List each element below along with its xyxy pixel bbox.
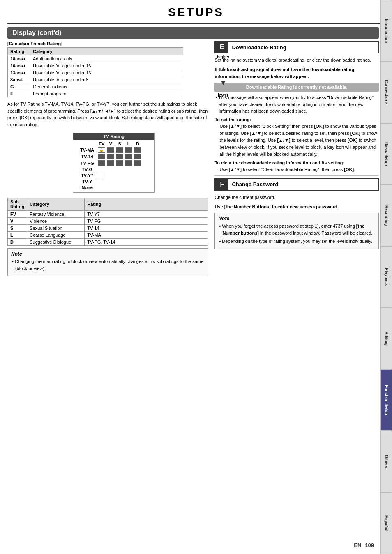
filled-cell: [98, 160, 105, 166]
sub-cell: V: [8, 218, 27, 225]
sidebar-tab-basic-setup[interactable]: Basic Setup: [380, 123, 392, 185]
downloadable-desc2: If the broadcasting signal does not have…: [214, 66, 379, 80]
tv-rating-row-tvma: TV-MA 🔒: [76, 147, 151, 153]
lang-label: EN: [354, 542, 361, 548]
table-row: 13ans+Unsuitable for ages under 13: [8, 69, 183, 76]
rating-cell: 18ans+: [8, 55, 30, 62]
filled-cell: [125, 147, 132, 153]
right-column: E Downloadable Rating Set the rating sys…: [214, 41, 379, 276]
set-rating-text: Use [▲/▼] to select "Block Setting" then…: [214, 123, 379, 158]
col-header-sub-rating: Sub Rating: [8, 198, 27, 211]
sub-rating-table: Sub Rating Category Rating FVFantasy Vio…: [7, 198, 208, 246]
downloadable-desc1: Set the rating system via digital broadc…: [214, 57, 379, 64]
tv-rating-row-tv14: TV-14: [76, 154, 151, 159]
page-number: 109: [365, 542, 374, 548]
filled-cell: [98, 154, 105, 159]
category-cell: Violence: [27, 218, 85, 225]
sidebar-tab-others[interactable]: Others: [380, 431, 392, 492]
tv-rating-desc: As for TV Rating's TV-MA, TV-14, TV-PG, …: [7, 101, 208, 128]
filled-cell: [116, 154, 123, 159]
rating-cell: 13ans+: [8, 69, 30, 76]
left-note-box: Note • Changing the main rating to block…: [7, 248, 208, 276]
category-cell: General audience: [30, 83, 183, 90]
tv-rating-col-labels: FVVSLD: [76, 141, 151, 146]
table-row: FVFantasy ViolenceTV-Y7: [8, 211, 208, 218]
sidebar-tab-playback[interactable]: Playback: [380, 246, 392, 308]
rating-cell: 16ans+: [8, 62, 30, 69]
sidebar-tab-function-setup[interactable]: Function Setup: [380, 369, 392, 431]
col-header-category: Category: [27, 198, 85, 211]
table-row: VViolenceTV-PG: [8, 218, 208, 225]
section-f-label: Change Password: [228, 180, 281, 189]
tv-rating-row-tvpg: TV-PG: [76, 160, 151, 166]
sidebar-tabs: Introduction Connections Basic Setup Rec…: [380, 0, 392, 554]
table-row: GGeneral audience: [8, 83, 183, 90]
canadian-french-rating-table: Rating Category 18ans+Adult audience onl…: [7, 47, 183, 97]
category-cell: Unsuitable for ages under 16: [30, 62, 183, 69]
warning-box: Downloadable Rating is currently not ava…: [214, 83, 379, 92]
arrow-up-icon: ▲: [220, 65, 226, 73]
note-f-title: Note: [218, 216, 375, 222]
tv-rating-box: TV Rating FVVSLD TV-MA 🔒: [73, 133, 155, 193]
sidebar-tab-editing[interactable]: Editing: [380, 308, 392, 369]
section-header: Display (cont'd): [7, 27, 379, 39]
sub-cell: D: [8, 239, 27, 246]
table-row: 16ans+Unsuitable for ages under 16: [8, 62, 183, 69]
note-title: Note: [11, 251, 204, 257]
change-desc1: Change the current password.: [214, 194, 379, 201]
rating-cell: TV-MA: [85, 232, 208, 239]
arrow-label-wrap: higher ▲ ▼ lower: [217, 47, 230, 100]
category-cell: Sexual Situation: [27, 225, 85, 232]
category-cell: Unsuitable for ages under 13: [30, 69, 183, 76]
sub-cell: FV: [8, 211, 27, 218]
clear-head: To clear the downloadable rating informa…: [214, 160, 379, 165]
rating-cell: TV-PG, TV-14: [85, 239, 208, 246]
table-row: 18ans+Adult audience only: [8, 55, 183, 62]
bullet-1: • This message will also appear when you…: [214, 94, 379, 115]
category-cell: Coarse Language: [27, 232, 85, 239]
filled-cell: [107, 147, 114, 153]
tv-rating-row-tvy: TV-Y: [76, 179, 151, 184]
rating-cell: TV-PG: [85, 218, 208, 225]
sidebar-tab-recording[interactable]: Recording: [380, 185, 392, 246]
divider: [214, 175, 379, 176]
left-column: [Canadian French Rating] Rating Category…: [7, 41, 208, 276]
empty-cell: [98, 173, 105, 178]
filled-cell: [125, 160, 132, 166]
filled-cell: [134, 160, 141, 166]
filled-cell: [107, 160, 114, 166]
table-row: EExempt program: [8, 90, 183, 97]
sub-cell: S: [8, 225, 27, 232]
section-f-box: F Change Password: [214, 178, 379, 191]
col-header-category: Category: [30, 48, 183, 55]
col-header-rating: Rating: [85, 198, 208, 211]
filled-cell: [116, 147, 123, 153]
sidebar-tab-espanol[interactable]: Español: [380, 492, 392, 554]
section-e-box: E Downloadable Rating: [214, 41, 379, 53]
right-note-box: Note • When you forget the access passwo…: [214, 213, 379, 249]
sidebar-tab-introduction[interactable]: Introduction: [380, 0, 392, 62]
section-f-letter: F: [215, 179, 228, 190]
rating-cell: G: [8, 83, 30, 90]
col-header-rating: Rating: [8, 48, 30, 55]
set-rating-head: To set the rating:: [214, 117, 379, 122]
category-cell: Adult audience only: [30, 55, 183, 62]
higher-label: higher: [217, 55, 230, 59]
lower-label: lower: [218, 93, 228, 97]
change-desc2: Use [the Number Buttons] to enter new ac…: [214, 203, 379, 210]
category-cell: Suggestive Dialogue: [27, 239, 85, 246]
filled-cell: [107, 154, 114, 159]
table-row: 8ans+Unsuitable for ages under 8: [8, 76, 183, 83]
filled-cell: [116, 160, 123, 166]
table-row: SSexual SituationTV-14: [8, 225, 208, 232]
category-cell: Exempt program: [30, 90, 183, 97]
table-row: LCoarse LanguageTV-MA: [8, 232, 208, 239]
table-row: DSuggestive DialogueTV-PG, TV-14: [8, 239, 208, 246]
sub-cell: L: [8, 232, 27, 239]
tv-rating-header: TV Rating: [73, 133, 154, 140]
sidebar-tab-connections[interactable]: Connections: [380, 62, 392, 123]
rating-cell: 8ans+: [8, 76, 30, 83]
rating-cell: TV-14: [85, 225, 208, 232]
filled-cell: [125, 154, 132, 159]
tv-rating-row-none: None: [76, 185, 151, 190]
